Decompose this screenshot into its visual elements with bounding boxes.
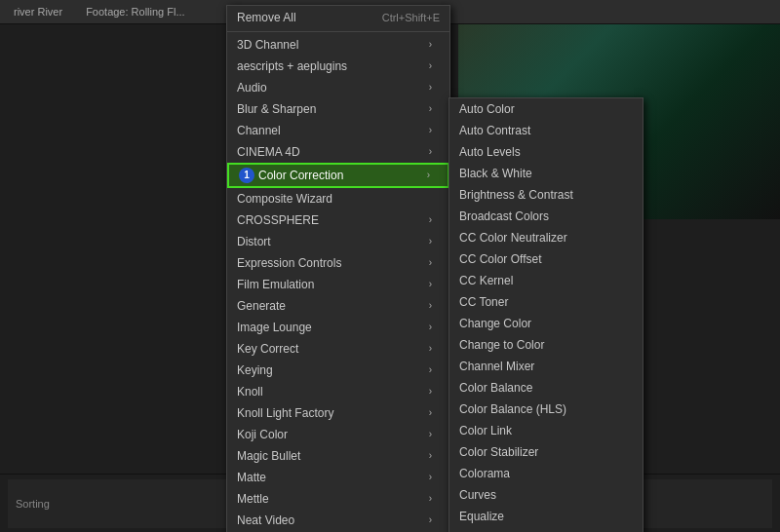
menu-item-3d-channel-label: 3D Channel: [237, 36, 298, 54]
menu-item-koji-color-label: Koji Color: [237, 426, 288, 443]
menu-item-mettle[interactable]: Mettle ›: [227, 488, 449, 510]
menu-item-color-balance-hls[interactable]: Color Balance (HLS): [449, 399, 643, 420]
menu-item-keying[interactable]: Keying ›: [227, 360, 449, 381]
menu-item-blur-sharpen[interactable]: Blur & Sharpen ›: [227, 98, 449, 120]
menu-item-cc-toner-label: CC Toner: [459, 293, 508, 311]
remove-all-label: Remove All: [237, 9, 296, 26]
sorting-label: Sorting: [16, 498, 50, 510]
menu-item-change-to-color[interactable]: Change to Color: [449, 334, 643, 356]
menu-item-cc-color-neutralizer[interactable]: CC Color Neutralizer: [449, 227, 643, 248]
menu-level2-container: Auto Color Auto Contrast Auto Levels Bla…: [448, 97, 644, 532]
menu-item-channel[interactable]: Channel ›: [227, 120, 449, 141]
menu-item-equalize-label: Equalize: [459, 508, 504, 525]
menu-item-cc-kernel[interactable]: CC Kernel: [449, 270, 643, 291]
arrow-icon-expression-controls: ›: [429, 254, 432, 272]
menu-item-aescripts[interactable]: aescripts + aeplugins ›: [227, 56, 449, 77]
arrow-icon-knoll-light: ›: [429, 404, 432, 422]
menu-item-curves[interactable]: Curves: [449, 484, 643, 506]
arrow-icon-magic-bullet: ›: [429, 447, 432, 465]
menu-item-black-white-label: Black & White: [459, 165, 532, 182]
arrow-icon-mettle: ›: [429, 490, 432, 508]
menu-item-magic-bullet[interactable]: Magic Bullet ›: [227, 445, 449, 467]
menu-item-brightness-contrast[interactable]: Brightness & Contrast: [449, 184, 643, 206]
menu-item-image-lounge[interactable]: Image Lounge ›: [227, 317, 449, 338]
arrow-icon-knoll: ›: [429, 383, 432, 400]
menu-item-expression-controls-label: Expression Controls: [237, 254, 341, 272]
menu-item-color-balance-label: Color Balance: [459, 379, 532, 397]
menu-item-knoll[interactable]: Knoll ›: [227, 381, 449, 402]
menu-item-curves-label: Curves: [459, 486, 496, 504]
arrow-icon-cinema4d: ›: [429, 143, 432, 161]
menu-item-remove-all[interactable]: Remove All Ctrl+Shift+E: [227, 6, 449, 29]
menu-item-composite-wizard[interactable]: Composite Wizard: [227, 188, 449, 209]
menu-item-exposure[interactable]: Exposure: [449, 527, 643, 532]
menu-item-distort[interactable]: Distort ›: [227, 231, 449, 252]
panel-tab-river: river River: [8, 4, 68, 19]
menu-item-neat-video-label: Neat Video: [237, 512, 294, 529]
menu-item-equalize[interactable]: Equalize: [449, 506, 643, 527]
menu-item-composite-wizard-label: Composite Wizard: [237, 190, 332, 208]
panel-tab-footage: Footage: Rolling Fl...: [80, 4, 191, 19]
menu-item-3d-channel[interactable]: 3D Channel ›: [227, 34, 449, 56]
menu-level1: Remove All Ctrl+Shift+E 3D Channel › aes…: [226, 5, 450, 532]
menu-item-color-stabilizer-label: Color Stabilizer: [459, 443, 538, 461]
menu-item-generate-label: Generate: [237, 297, 286, 315]
menu-item-matte[interactable]: Matte ›: [227, 467, 449, 488]
menu-item-color-correction-label: Color Correction: [258, 167, 343, 184]
arrow-icon-matte: ›: [429, 469, 432, 486]
menu-item-channel-mixer[interactable]: Channel Mixer: [449, 356, 643, 377]
menu-item-magic-bullet-label: Magic Bullet: [237, 447, 300, 465]
arrow-icon-aescripts: ›: [429, 57, 432, 75]
menu-item-auto-contrast-label: Auto Contrast: [459, 122, 530, 139]
menu-item-colorama-label: Colorama: [459, 465, 510, 482]
menu-item-brightness-contrast-label: Brightness & Contrast: [459, 186, 573, 204]
menu-item-crossphere-label: CROSSPHERE: [237, 211, 319, 229]
arrow-icon-key-correct: ›: [429, 340, 432, 358]
menu-item-change-color[interactable]: Change Color: [449, 313, 643, 334]
menu-item-generate[interactable]: Generate ›: [227, 295, 449, 317]
arrow-icon-generate: ›: [429, 297, 432, 315]
menu-item-neat-video[interactable]: Neat Video ›: [227, 510, 449, 531]
menu-item-cinema4d-label: CINEMA 4D: [237, 143, 300, 161]
menu-item-auto-levels[interactable]: Auto Levels: [449, 141, 643, 163]
menu-item-cc-color-neutralizer-label: CC Color Neutralizer: [459, 229, 567, 247]
menu-divider-top: [227, 31, 449, 32]
menu-item-color-correction[interactable]: 1 Color Correction ›: [227, 163, 449, 188]
menu-item-distort-label: Distort: [237, 233, 271, 250]
menu-item-aescripts-label: aescripts + aeplugins: [237, 57, 347, 75]
menu-item-koji-color[interactable]: Koji Color ›: [227, 424, 449, 445]
arrow-icon-color-correction: ›: [427, 167, 430, 184]
menu-item-broadcast-colors-label: Broadcast Colors: [459, 208, 549, 225]
menu-item-color-balance[interactable]: Color Balance: [449, 377, 643, 399]
menu-item-knoll-light-label: Knoll Light Factory: [237, 404, 333, 422]
menu-item-black-white[interactable]: Black & White: [449, 163, 643, 184]
menu-item-cinema4d[interactable]: CINEMA 4D ›: [227, 141, 449, 163]
menu-item-audio[interactable]: Audio ›: [227, 77, 449, 98]
menu-item-key-correct-label: Key Correct: [237, 340, 298, 358]
menu-item-cc-color-offset[interactable]: CC Color Offset: [449, 248, 643, 270]
menu-item-cc-toner[interactable]: CC Toner: [449, 291, 643, 313]
menu-item-crossphere[interactable]: CROSSPHERE ›: [227, 209, 449, 231]
menu-item-color-link-label: Color Link: [459, 422, 512, 439]
menu-level2: Auto Color Auto Contrast Auto Levels Bla…: [448, 97, 644, 532]
menu-item-broadcast-colors[interactable]: Broadcast Colors: [449, 206, 643, 227]
menu-item-auto-color[interactable]: Auto Color: [449, 98, 643, 120]
menu-item-audio-label: Audio: [237, 79, 267, 96]
menu-item-image-lounge-label: Image Lounge: [237, 319, 312, 336]
arrow-icon-3d-channel: ›: [429, 36, 432, 54]
menu-item-film-emulation[interactable]: Film Emulation ›: [227, 274, 449, 295]
menu-item-change-color-label: Change Color: [459, 315, 531, 332]
arrow-icon-koji-color: ›: [429, 426, 432, 443]
menu-item-colorama[interactable]: Colorama: [449, 463, 643, 484]
menu-item-expression-controls[interactable]: Expression Controls ›: [227, 252, 449, 274]
menu-item-color-link[interactable]: Color Link: [449, 420, 643, 441]
menu-item-auto-contrast[interactable]: Auto Contrast: [449, 120, 643, 141]
menu-item-color-balance-hls-label: Color Balance (HLS): [459, 400, 566, 418]
arrow-icon-audio: ›: [429, 79, 432, 96]
menu-item-color-stabilizer[interactable]: Color Stabilizer: [449, 441, 643, 463]
menu-item-auto-color-label: Auto Color: [459, 100, 515, 118]
menu-item-knoll-light[interactable]: Knoll Light Factory ›: [227, 402, 449, 424]
menu-item-cc-color-offset-label: CC Color Offset: [459, 250, 541, 268]
menu-item-key-correct[interactable]: Key Correct ›: [227, 338, 449, 360]
menu-item-matte-label: Matte: [237, 469, 266, 486]
